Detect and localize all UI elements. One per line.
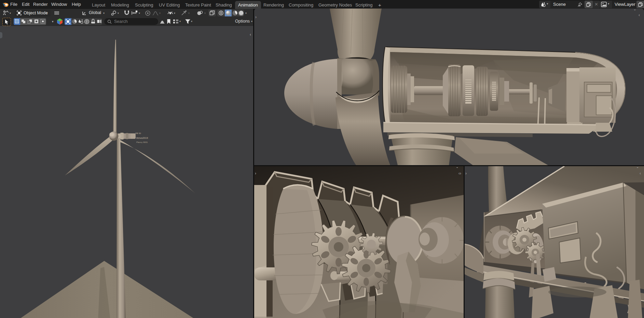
svg-text:RB 50: RB 50 [135, 132, 141, 134]
svg-text:Venus2019: Venus2019 [136, 137, 148, 139]
svg-text:Planny 9001: Planny 9001 [136, 141, 148, 143]
